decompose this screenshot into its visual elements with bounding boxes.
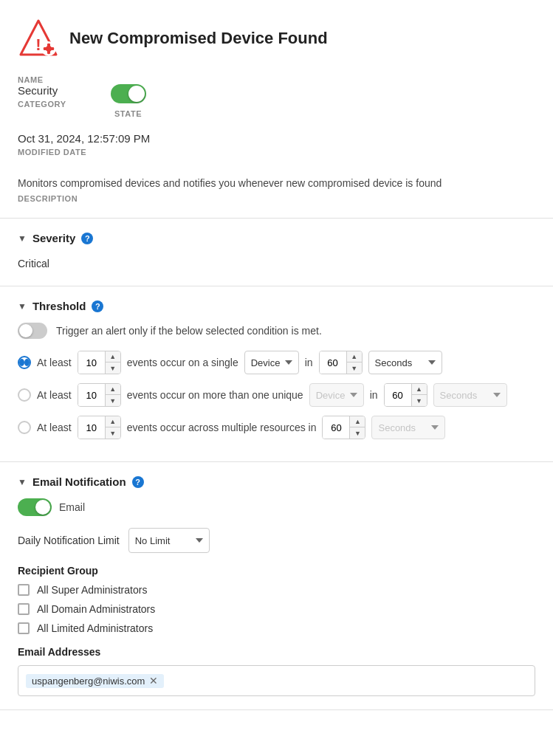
severity-chevron-icon: ▼ [18,233,27,244]
description-group: Monitors compromised devices and notifie… [18,176,535,203]
state-label: STATE [114,109,142,118]
threshold-header[interactable]: ▼ Threshold ? [18,300,535,312]
in-text-2: in [370,389,378,401]
time-value-2[interactable] [385,384,411,406]
checkbox-row-2: All Domain Administrators [18,603,535,615]
threshold-title: Threshold [32,300,86,312]
count-value-1[interactable] [78,351,105,374]
email-chevron-icon: ▼ [18,477,27,487]
severity-section: ▼ Severity ? Critical [0,219,553,286]
time-arrows-3: ▲ ▼ [349,416,365,439]
time-up-1[interactable]: ▲ [347,351,362,362]
count-value-2[interactable] [78,384,105,406]
count-up-1[interactable]: ▲ [106,351,120,362]
time-down-1[interactable]: ▼ [347,362,362,374]
checkbox-row-3: All Limited Administrators [18,622,535,634]
condition-radio-1[interactable] [18,356,31,369]
threshold-chevron-icon: ▼ [18,301,27,312]
email-tag-1: uspangenberg@niwis.com ✕ [26,674,164,688]
time-value-3[interactable] [323,416,349,439]
time-unit-select-1[interactable]: Seconds Minutes Hours [368,351,442,374]
email-addresses-title: Email Addresses [18,646,535,658]
time-input-2[interactable]: ▲ ▼ [384,383,427,407]
count-input-2[interactable]: ▲ ▼ [78,383,121,407]
count-down-1[interactable]: ▼ [106,362,120,374]
email-toggle[interactable] [18,498,52,516]
daily-limit-label: Daily Notification Limit [18,535,120,546]
email-notification-header[interactable]: ▼ Email Notification ? [18,475,535,488]
count-down-3[interactable]: ▼ [106,427,120,439]
threshold-toggle-row: Trigger an alert only if the below selec… [18,323,535,339]
at-least-label-2: At least [37,389,72,401]
page-title: New Compromised Device Found [69,29,328,48]
count-arrows-2: ▲ ▼ [105,384,120,406]
checkbox-label-1: All Super Administrators [37,584,147,596]
count-up-3[interactable]: ▲ [106,416,120,427]
time-up-3[interactable]: ▲ [350,416,365,427]
email-notification-section: ▼ Email Notification ? Email Daily Notif… [0,462,553,710]
time-down-2[interactable]: ▼ [412,395,427,406]
checkbox-limited-admin[interactable] [18,622,30,634]
daily-limit-row: Daily Notification Limit No Limit 1 5 10… [18,528,535,553]
in-text-1: in [305,357,313,368]
category-value: Security [18,84,66,97]
condition-row-2: At least ▲ ▼ events occur on more than o… [18,383,535,407]
count-input-3[interactable]: ▲ ▼ [78,416,121,439]
header-section: ! New Compromised Device Found NAME [0,0,553,218]
email-tag-value-1: uspangenberg@niwis.com [32,676,145,687]
condition-row-1: At least ▲ ▼ events occur on a single De… [18,351,535,374]
recipient-group-title: Recipient Group [18,565,535,577]
checkbox-label-3: All Limited Administrators [37,622,153,634]
at-least-label-3: At least [37,422,72,433]
condition-radio-3[interactable] [18,421,31,434]
count-input-1[interactable]: ▲ ▼ [78,351,121,374]
email-help-icon[interactable]: ? [132,476,144,488]
count-arrows-1: ▲ ▼ [105,351,120,374]
condition-text-1: events occur on a single [127,357,238,368]
email-toggle-row: Email [18,498,535,516]
device-select-2[interactable]: Device Host User [309,383,364,407]
description-text: Monitors compromised devices and notifie… [18,176,535,191]
time-input-3[interactable]: ▲ ▼ [322,416,365,439]
count-up-2[interactable]: ▲ [106,384,120,395]
count-value-3[interactable] [78,416,105,439]
threshold-help-icon[interactable]: ? [92,300,103,312]
time-unit-select-2[interactable]: Seconds Minutes Hours [433,383,507,407]
top-meta: Security CATEGORY STATE [18,84,535,120]
modified-date-group: Oct 31, 2024, 12:57:09 PM MODIFIED DATE [18,132,535,157]
state-group: STATE [111,84,146,118]
checkbox-domain-admin[interactable] [18,603,30,615]
condition-text-3: events occur across multiple resources i… [127,422,317,433]
severity-value: Critical [18,255,535,272]
checkbox-label-2: All Domain Administrators [37,603,155,615]
threshold-toggle[interactable] [18,323,47,339]
alert-icon: ! [18,18,59,59]
time-up-2[interactable]: ▲ [412,384,427,395]
state-toggle[interactable] [111,84,146,103]
severity-help-icon[interactable]: ? [81,233,93,244]
at-least-label-1: At least [37,357,72,368]
condition-radio-2[interactable] [18,388,31,402]
category-label: CATEGORY [18,100,66,109]
time-arrows-1: ▲ ▼ [346,351,362,374]
time-input-1[interactable]: ▲ ▼ [319,351,363,374]
threshold-toggle-label: Trigger an alert only if the below selec… [56,325,322,337]
checkbox-super-admin[interactable] [18,584,30,596]
category-group: Security CATEGORY [18,84,66,109]
severity-header[interactable]: ▼ Severity ? [18,232,535,244]
checkbox-row-1: All Super Administrators [18,584,535,596]
time-down-3[interactable]: ▼ [350,427,365,439]
count-arrows-3: ▲ ▼ [105,416,120,439]
description-label: DESCRIPTION [18,194,535,203]
email-tags-input[interactable]: uspangenberg@niwis.com ✕ [18,665,535,696]
time-unit-select-3[interactable]: Seconds Minutes Hours [371,416,445,439]
condition-row-3: At least ▲ ▼ events occur across multipl… [18,416,535,439]
time-arrows-2: ▲ ▼ [411,384,427,406]
count-down-2[interactable]: ▼ [106,395,120,406]
device-select-1[interactable]: Device Host User [244,351,299,374]
threshold-section: ▼ Threshold ? Trigger an alert only if t… [0,286,553,462]
daily-limit-select[interactable]: No Limit 1 5 10 25 50 [128,528,210,553]
email-tag-close-1[interactable]: ✕ [149,676,158,686]
email-notification-title: Email Notification [32,475,126,488]
time-value-1[interactable] [320,351,346,374]
